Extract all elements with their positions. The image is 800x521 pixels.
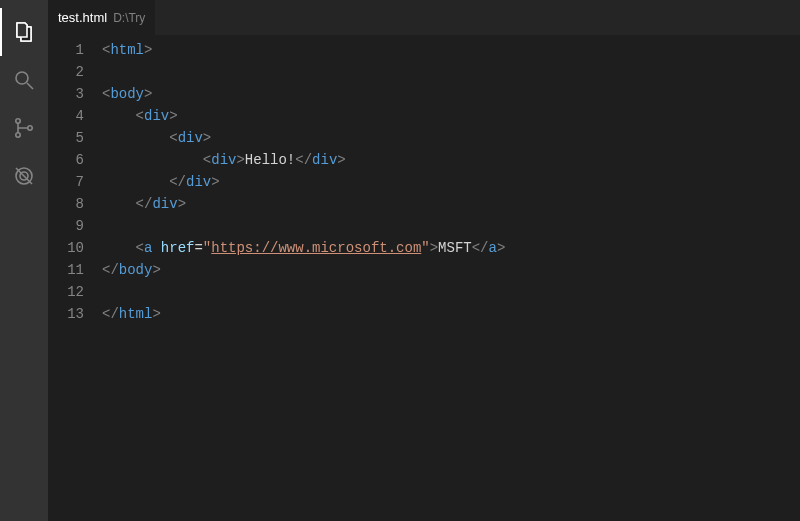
svg-point-4 — [28, 126, 32, 130]
line-number: 11 — [48, 259, 84, 281]
line-number: 13 — [48, 303, 84, 325]
line-number: 3 — [48, 83, 84, 105]
line-number: 10 — [48, 237, 84, 259]
line-number: 4 — [48, 105, 84, 127]
code-line: </div> — [102, 171, 800, 193]
tab-test-html[interactable]: test.html D:\Try — [48, 0, 156, 35]
code-line: <div> — [102, 127, 800, 149]
tab-filename: test.html — [58, 10, 107, 25]
svg-point-2 — [16, 119, 20, 123]
line-number: 12 — [48, 281, 84, 303]
search-icon[interactable] — [0, 56, 48, 104]
editor-area: test.html D:\Try 12345678910111213 <html… — [48, 0, 800, 521]
line-number: 6 — [48, 149, 84, 171]
code-line: </body> — [102, 259, 800, 281]
debug-icon[interactable] — [0, 152, 48, 200]
code-line: <div>Hello!</div> — [102, 149, 800, 171]
code-line — [102, 61, 800, 83]
svg-point-3 — [16, 133, 20, 137]
code-line — [102, 215, 800, 237]
line-number: 9 — [48, 215, 84, 237]
svg-line-1 — [27, 83, 33, 89]
code-editor[interactable]: 12345678910111213 <html> <body> <div> <d… — [48, 35, 800, 521]
line-number: 8 — [48, 193, 84, 215]
tab-directory: D:\Try — [113, 11, 145, 25]
code-line: <div> — [102, 105, 800, 127]
line-number: 1 — [48, 39, 84, 61]
code-line: <html> — [102, 39, 800, 61]
line-number: 5 — [48, 127, 84, 149]
svg-point-0 — [16, 72, 28, 84]
code-line — [102, 281, 800, 303]
code-line: </div> — [102, 193, 800, 215]
code-line: <body> — [102, 83, 800, 105]
code-content: <html> <body> <div> <div> <div>Hello!</d… — [102, 39, 800, 521]
app-root: test.html D:\Try 12345678910111213 <html… — [0, 0, 800, 521]
explorer-icon[interactable] — [0, 8, 48, 56]
activity-bar — [0, 0, 48, 521]
line-number-gutter: 12345678910111213 — [48, 39, 102, 521]
tab-bar: test.html D:\Try — [48, 0, 800, 35]
line-number: 2 — [48, 61, 84, 83]
code-line: </html> — [102, 303, 800, 325]
line-number: 7 — [48, 171, 84, 193]
source-control-icon[interactable] — [0, 104, 48, 152]
code-line: <a href="https://www.microsoft.com">MSFT… — [102, 237, 800, 259]
